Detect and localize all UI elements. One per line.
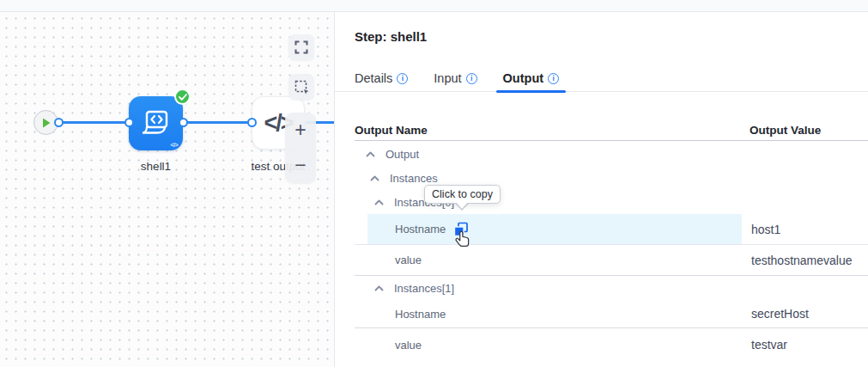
fullscreen-icon — [294, 40, 308, 54]
col-output-value: Output Value — [750, 124, 821, 137]
tree-row-instances-1[interactable]: Instances[1] — [355, 276, 868, 300]
output-value: secretHost — [751, 307, 809, 321]
tab-input[interactable]: Input i — [427, 64, 483, 92]
tooltip-tail — [456, 202, 468, 209]
zoom-controls: + − — [285, 113, 316, 183]
output-tree: Output Instances Instances[0] Hostname h… — [355, 142, 868, 361]
zoom-in-button[interactable]: + — [285, 114, 316, 147]
testoutput-input-port[interactable] — [247, 118, 257, 127]
table-row-hostname-1[interactable]: Hostname secretHost — [355, 300, 868, 328]
workflow-canvas[interactable]: </> shell1 </> test output + − — [0, 12, 335, 367]
output-value: testvar — [751, 338, 787, 352]
chevron-up-icon[interactable] — [370, 175, 379, 181]
tab-output-label: Output — [503, 71, 544, 85]
marquee-select-icon — [294, 80, 309, 95]
tree-label: Instances — [390, 172, 438, 185]
active-tab-underline — [496, 90, 567, 94]
tab-input-label: Input — [434, 71, 461, 85]
chevron-up-icon[interactable] — [374, 285, 384, 291]
tab-details-label: Details — [355, 71, 392, 85]
table-row-hostname-0[interactable]: Hostname host1 — [355, 214, 868, 245]
output-name-label: value — [395, 254, 422, 266]
start-output-port[interactable] — [54, 118, 64, 127]
node-shell1[interactable]: </> — [129, 96, 183, 150]
fullscreen-button[interactable] — [288, 34, 314, 60]
tree-label: Instances[1] — [394, 282, 454, 295]
tooltip-text: Click to copy — [432, 188, 493, 200]
tree-label: Output — [385, 148, 419, 161]
tab-output[interactable]: Output i — [496, 64, 567, 92]
table-header: Output Name Output Value — [355, 124, 868, 140]
info-icon[interactable]: i — [397, 73, 408, 84]
chevron-up-icon[interactable] — [374, 199, 384, 205]
col-output-name: Output Name — [355, 124, 428, 137]
chevron-up-icon[interactable] — [366, 151, 375, 157]
check-icon — [179, 94, 187, 101]
success-badge — [174, 89, 191, 105]
shell1-output-port[interactable] — [179, 118, 188, 127]
shell1-input-port[interactable] — [124, 118, 134, 127]
zoom-out-button[interactable]: − — [285, 150, 316, 182]
table-row-value-1[interactable]: value testvar — [355, 328, 868, 361]
output-name-label: value — [395, 339, 422, 352]
tab-details[interactable]: Details i — [348, 64, 415, 92]
table-row-value-0[interactable]: value testhostnamevalue — [355, 245, 868, 276]
code-mini-glyph: </> — [170, 142, 178, 148]
tree-row-output[interactable]: Output — [355, 142, 868, 166]
edge-shell1-to-testoutput — [184, 121, 254, 124]
copy-tooltip: Click to copy — [424, 185, 501, 204]
table-header-divider — [355, 140, 868, 141]
top-strip — [0, 0, 868, 12]
step-detail-panel: Step: shell1 Details i Input i Output i … — [335, 12, 868, 367]
edge-start-to-shell1 — [58, 121, 132, 124]
tab-bar: Details i Input i Output i — [348, 64, 566, 92]
page-title: Step: shell1 — [355, 29, 427, 44]
node-label-shell1: shell1 — [129, 160, 183, 173]
play-icon — [42, 118, 51, 128]
output-value: host1 — [751, 223, 780, 236]
shell-script-icon — [140, 108, 173, 139]
info-icon[interactable]: i — [466, 73, 477, 84]
output-name-label: Hostname — [395, 308, 446, 321]
hand-cursor-icon — [454, 230, 472, 254]
marquee-select-button[interactable] — [288, 74, 314, 100]
output-name-label: Hostname — [395, 223, 446, 235]
output-value: testhostnamevalue — [751, 254, 853, 267]
info-icon[interactable]: i — [548, 73, 559, 84]
